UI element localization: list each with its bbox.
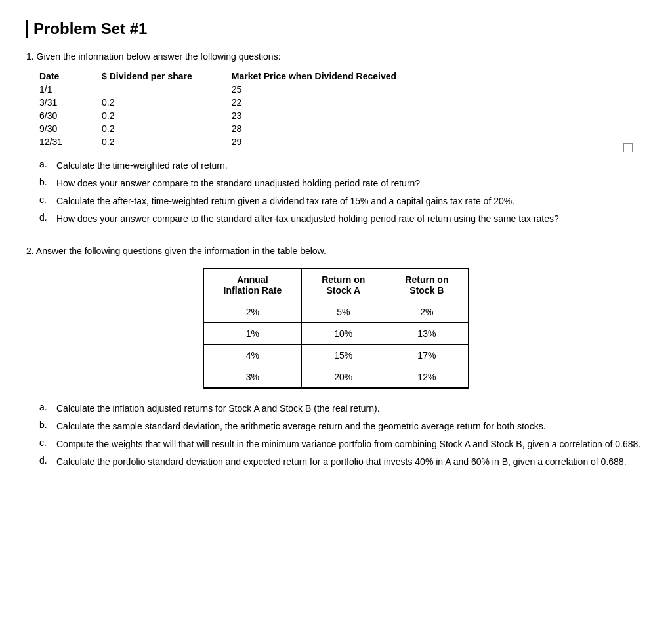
table-row: 1/1 25 bbox=[39, 83, 436, 96]
cell-date: 3/31 bbox=[39, 96, 102, 109]
cell-stock-a: 10% bbox=[302, 323, 385, 345]
col-header-dividend: $ Dividend per share bbox=[102, 70, 232, 83]
cell-dividend: 0.2 bbox=[102, 96, 232, 109]
sub-question-item: a. Calculate the inflation adjusted retu… bbox=[39, 402, 646, 416]
cell-stock-b: 2% bbox=[385, 301, 469, 323]
cell-inflation: 3% bbox=[203, 366, 302, 389]
sub-question-item: a. Calculate the time-weighted rate of r… bbox=[39, 159, 646, 173]
cell-dividend bbox=[102, 83, 232, 96]
table-row: 3/31 0.2 22 bbox=[39, 96, 436, 109]
cell-date: 1/1 bbox=[39, 83, 102, 96]
sub-question-label: c. bbox=[39, 437, 52, 451]
cell-date: 6/30 bbox=[39, 109, 102, 122]
table-row: 2% 5% 2% bbox=[203, 301, 469, 323]
sub-question-label: d. bbox=[39, 212, 52, 226]
sub-question-text: Calculate the sample standard deviation,… bbox=[56, 420, 546, 433]
question-2-table-container: AnnualInflation Rate Return onStock A Re… bbox=[26, 268, 646, 389]
move-handle-icon[interactable] bbox=[10, 58, 20, 68]
col2-header-stock-b: Return onStock B bbox=[385, 269, 469, 301]
question-1-sub-questions: a. Calculate the time-weighted rate of r… bbox=[39, 159, 646, 226]
sub-question-item: d. How does your answer compare to the s… bbox=[39, 212, 646, 226]
question-2-header: 2. Answer the following questions given … bbox=[26, 246, 646, 256]
question-1-table: Date $ Dividend per share Market Price w… bbox=[39, 70, 436, 148]
cell-stock-a: 20% bbox=[302, 366, 385, 389]
sub-question-label: c. bbox=[39, 194, 52, 208]
sub-question-text: How does your answer compare to the stan… bbox=[56, 177, 420, 190]
sub-question-label: b. bbox=[39, 420, 52, 433]
table-row: 4% 15% 17% bbox=[203, 345, 469, 366]
cell-market: 23 bbox=[232, 109, 436, 122]
cell-inflation: 4% bbox=[203, 345, 302, 366]
cell-inflation: 2% bbox=[203, 301, 302, 323]
cell-market: 25 bbox=[232, 83, 436, 96]
cell-stock-b: 13% bbox=[385, 323, 469, 345]
sub-question-label: a. bbox=[39, 402, 52, 416]
sub-question-label: a. bbox=[39, 159, 52, 173]
table-row: 3% 20% 12% bbox=[203, 366, 469, 389]
sub-question-text: Compute the weights that will that will … bbox=[56, 437, 640, 451]
table-row: 1% 10% 13% bbox=[203, 323, 469, 345]
cell-market: 22 bbox=[232, 96, 436, 109]
table-row: 9/30 0.2 28 bbox=[39, 122, 436, 135]
sub-question-item: c. Compute the weights that will that wi… bbox=[39, 437, 646, 451]
checkbox-decoration bbox=[623, 143, 633, 152]
cell-stock-b: 12% bbox=[385, 366, 469, 389]
col2-header-inflation: AnnualInflation Rate bbox=[203, 269, 302, 301]
sub-question-item: c. Calculate the after-tax, time-weighte… bbox=[39, 194, 646, 208]
cell-market: 28 bbox=[232, 122, 436, 135]
sub-question-item: d. Calculate the portfolio standard devi… bbox=[39, 455, 646, 469]
sub-question-text: Calculate the portfolio standard deviati… bbox=[56, 455, 627, 469]
sub-question-label: d. bbox=[39, 455, 52, 469]
sub-question-item: b. Calculate the sample standard deviati… bbox=[39, 420, 646, 433]
cell-dividend: 0.2 bbox=[102, 109, 232, 122]
table-row: 12/31 0.2 29 bbox=[39, 135, 436, 148]
cell-date: 9/30 bbox=[39, 122, 102, 135]
col2-header-stock-a: Return onStock A bbox=[302, 269, 385, 301]
sub-question-text: Calculate the time-weighted rate of retu… bbox=[56, 159, 228, 173]
cell-market: 29 bbox=[232, 135, 436, 148]
cell-dividend: 0.2 bbox=[102, 135, 232, 148]
sub-question-label: b. bbox=[39, 177, 52, 190]
col-header-market: Market Price when Dividend Received bbox=[232, 70, 436, 83]
question-2-table: AnnualInflation Rate Return onStock A Re… bbox=[203, 268, 470, 389]
cell-date: 12/31 bbox=[39, 135, 102, 148]
sub-question-text: Calculate the inflation adjusted returns… bbox=[56, 402, 380, 416]
question-2-section: 2. Answer the following questions given … bbox=[26, 246, 646, 469]
sub-question-text: How does your answer compare to the stan… bbox=[56, 212, 559, 226]
cell-inflation: 1% bbox=[203, 323, 302, 345]
question-2-sub-questions: a. Calculate the inflation adjusted retu… bbox=[39, 402, 646, 469]
question-1-section: 1. Given the information below answer th… bbox=[26, 51, 646, 226]
sub-question-item: b. How does your answer compare to the s… bbox=[39, 177, 646, 190]
question-1-header: 1. Given the information below answer th… bbox=[26, 51, 646, 62]
page-title: Problem Set #1 bbox=[26, 20, 646, 38]
cell-stock-a: 5% bbox=[302, 301, 385, 323]
table-row: 6/30 0.2 23 bbox=[39, 109, 436, 122]
col-header-date: Date bbox=[39, 70, 102, 83]
cell-dividend: 0.2 bbox=[102, 122, 232, 135]
cell-stock-b: 17% bbox=[385, 345, 469, 366]
sub-question-text: Calculate the after-tax, time-weighted r… bbox=[56, 194, 514, 208]
cell-stock-a: 15% bbox=[302, 345, 385, 366]
